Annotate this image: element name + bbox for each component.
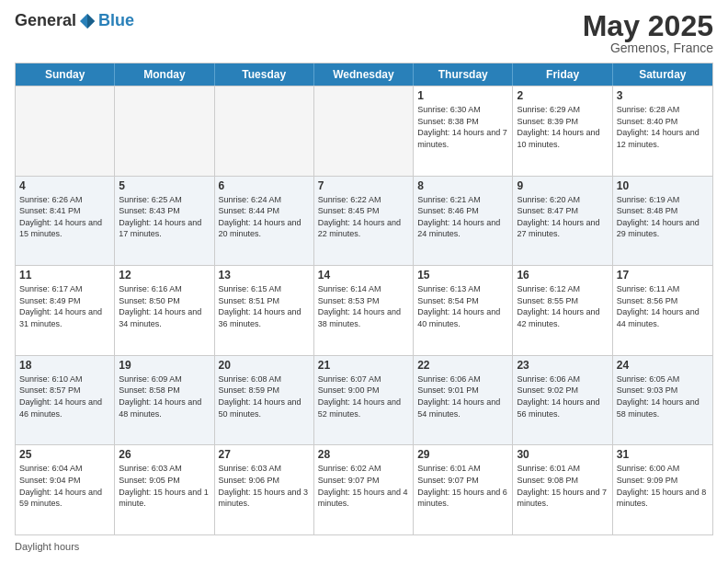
day-number: 1	[417, 89, 508, 102]
day-info: Sunrise: 6:20 AM Sunset: 8:47 PM Dayligh…	[517, 194, 608, 240]
day-info: Sunrise: 6:22 AM Sunset: 8:45 PM Dayligh…	[318, 194, 409, 240]
day-number: 22	[417, 359, 508, 372]
day-number: 16	[517, 269, 608, 282]
day-info: Sunrise: 6:06 AM Sunset: 9:02 PM Dayligh…	[517, 373, 608, 419]
day-info: Sunrise: 6:08 AM Sunset: 8:59 PM Dayligh…	[219, 373, 310, 419]
day-number: 5	[119, 179, 210, 192]
calendar-cell: 30Sunrise: 6:01 AM Sunset: 9:08 PM Dayli…	[513, 445, 612, 534]
calendar-row-1: 1Sunrise: 6:30 AM Sunset: 8:38 PM Daylig…	[16, 86, 712, 176]
calendar-cell	[314, 86, 414, 176]
calendar-cell: 8Sunrise: 6:21 AM Sunset: 8:46 PM Daylig…	[414, 177, 513, 266]
day-number: 25	[19, 448, 110, 461]
calendar-cell	[115, 86, 214, 176]
day-info: Sunrise: 6:06 AM Sunset: 9:01 PM Dayligh…	[417, 373, 508, 419]
weekday-header-sunday: Sunday	[16, 63, 115, 86]
calendar-cell: 29Sunrise: 6:01 AM Sunset: 9:07 PM Dayli…	[414, 445, 513, 534]
day-number: 30	[517, 448, 608, 461]
day-info: Sunrise: 6:11 AM Sunset: 8:56 PM Dayligh…	[617, 283, 709, 329]
calendar-cell: 2Sunrise: 6:29 AM Sunset: 8:39 PM Daylig…	[513, 86, 612, 176]
day-number: 24	[617, 359, 709, 372]
day-info: Sunrise: 6:30 AM Sunset: 8:38 PM Dayligh…	[417, 104, 508, 150]
day-info: Sunrise: 6:04 AM Sunset: 9:04 PM Dayligh…	[19, 463, 110, 509]
footer: Daylight hours	[15, 541, 713, 552]
calendar-cell: 25Sunrise: 6:04 AM Sunset: 9:04 PM Dayli…	[16, 445, 115, 534]
calendar-cell: 17Sunrise: 6:11 AM Sunset: 8:56 PM Dayli…	[613, 266, 712, 355]
page: General Blue May 2025 Gemenos, France Su…	[0, 0, 728, 563]
day-info: Sunrise: 6:00 AM Sunset: 9:09 PM Dayligh…	[617, 463, 709, 509]
calendar-header: SundayMondayTuesdayWednesdayThursdayFrid…	[16, 63, 712, 86]
day-info: Sunrise: 6:02 AM Sunset: 9:07 PM Dayligh…	[318, 463, 409, 509]
day-number: 11	[19, 269, 110, 282]
day-info: Sunrise: 6:01 AM Sunset: 9:07 PM Dayligh…	[417, 463, 508, 509]
weekday-header-monday: Monday	[115, 63, 214, 86]
day-info: Sunrise: 6:13 AM Sunset: 8:54 PM Dayligh…	[417, 283, 508, 329]
location-subtitle: Gemenos, France	[583, 40, 713, 55]
calendar-cell: 4Sunrise: 6:26 AM Sunset: 8:41 PM Daylig…	[16, 177, 115, 266]
day-number: 6	[219, 179, 310, 192]
month-title: May 2025	[583, 11, 713, 40]
day-number: 26	[119, 448, 210, 461]
calendar-cell: 1Sunrise: 6:30 AM Sunset: 8:38 PM Daylig…	[414, 86, 513, 176]
title-block: May 2025 Gemenos, France	[583, 11, 713, 55]
day-info: Sunrise: 6:15 AM Sunset: 8:51 PM Dayligh…	[219, 283, 310, 329]
day-number: 9	[517, 179, 608, 192]
day-info: Sunrise: 6:17 AM Sunset: 8:49 PM Dayligh…	[19, 283, 110, 329]
day-number: 31	[617, 448, 709, 461]
calendar-cell: 31Sunrise: 6:00 AM Sunset: 9:09 PM Dayli…	[613, 445, 712, 534]
calendar-row-2: 4Sunrise: 6:26 AM Sunset: 8:41 PM Daylig…	[16, 176, 712, 266]
day-number: 8	[417, 179, 508, 192]
day-info: Sunrise: 6:29 AM Sunset: 8:39 PM Dayligh…	[517, 104, 608, 150]
day-number: 3	[617, 89, 709, 102]
day-info: Sunrise: 6:07 AM Sunset: 9:00 PM Dayligh…	[318, 373, 409, 419]
weekday-header-tuesday: Tuesday	[215, 63, 314, 86]
day-number: 7	[318, 179, 409, 192]
calendar-cell: 18Sunrise: 6:10 AM Sunset: 8:57 PM Dayli…	[16, 356, 115, 445]
weekday-header-wednesday: Wednesday	[314, 63, 414, 86]
calendar-cell: 24Sunrise: 6:05 AM Sunset: 9:03 PM Dayli…	[613, 356, 712, 445]
day-number: 17	[617, 269, 709, 282]
weekday-header-friday: Friday	[513, 63, 612, 86]
day-info: Sunrise: 6:26 AM Sunset: 8:41 PM Dayligh…	[19, 194, 110, 240]
calendar-cell: 22Sunrise: 6:06 AM Sunset: 9:01 PM Dayli…	[414, 356, 513, 445]
calendar-cell: 26Sunrise: 6:03 AM Sunset: 9:05 PM Dayli…	[115, 445, 214, 534]
calendar-body: 1Sunrise: 6:30 AM Sunset: 8:38 PM Daylig…	[16, 86, 712, 534]
calendar-cell: 27Sunrise: 6:03 AM Sunset: 9:06 PM Dayli…	[215, 445, 314, 534]
logo-icon	[78, 12, 97, 30]
day-number: 15	[417, 269, 508, 282]
day-info: Sunrise: 6:10 AM Sunset: 8:57 PM Dayligh…	[19, 373, 110, 419]
day-number: 4	[19, 179, 110, 192]
calendar-row-3: 11Sunrise: 6:17 AM Sunset: 8:49 PM Dayli…	[16, 265, 712, 355]
logo-blue-text: Blue	[98, 11, 134, 30]
calendar-cell	[215, 86, 314, 176]
day-number: 29	[417, 448, 508, 461]
calendar-cell: 15Sunrise: 6:13 AM Sunset: 8:54 PM Dayli…	[414, 266, 513, 355]
day-number: 20	[219, 359, 310, 372]
logo-general-text: General	[15, 11, 76, 30]
day-info: Sunrise: 6:03 AM Sunset: 9:06 PM Dayligh…	[219, 463, 310, 509]
day-info: Sunrise: 6:03 AM Sunset: 9:05 PM Dayligh…	[119, 463, 210, 509]
calendar-cell: 7Sunrise: 6:22 AM Sunset: 8:45 PM Daylig…	[314, 177, 414, 266]
day-info: Sunrise: 6:14 AM Sunset: 8:53 PM Dayligh…	[318, 283, 409, 329]
weekday-header-thursday: Thursday	[414, 63, 513, 86]
day-number: 23	[517, 359, 608, 372]
calendar-cell: 23Sunrise: 6:06 AM Sunset: 9:02 PM Dayli…	[513, 356, 612, 445]
calendar-cell: 14Sunrise: 6:14 AM Sunset: 8:53 PM Dayli…	[314, 266, 414, 355]
svg-marker-1	[87, 14, 95, 29]
day-number: 19	[119, 359, 210, 372]
day-number: 18	[19, 359, 110, 372]
header: General Blue May 2025 Gemenos, France	[15, 11, 713, 55]
day-number: 14	[318, 269, 409, 282]
weekday-header-saturday: Saturday	[613, 63, 712, 86]
calendar-row-4: 18Sunrise: 6:10 AM Sunset: 8:57 PM Dayli…	[16, 355, 712, 445]
day-number: 28	[318, 448, 409, 461]
day-number: 27	[219, 448, 310, 461]
calendar-cell	[16, 86, 115, 176]
calendar-cell: 19Sunrise: 6:09 AM Sunset: 8:58 PM Dayli…	[115, 356, 214, 445]
calendar-cell: 20Sunrise: 6:08 AM Sunset: 8:59 PM Dayli…	[215, 356, 314, 445]
day-number: 2	[517, 89, 608, 102]
calendar-cell: 28Sunrise: 6:02 AM Sunset: 9:07 PM Dayli…	[314, 445, 414, 534]
day-info: Sunrise: 6:01 AM Sunset: 9:08 PM Dayligh…	[517, 463, 608, 509]
calendar-cell: 11Sunrise: 6:17 AM Sunset: 8:49 PM Dayli…	[16, 266, 115, 355]
calendar-cell: 5Sunrise: 6:25 AM Sunset: 8:43 PM Daylig…	[115, 177, 214, 266]
day-number: 10	[617, 179, 709, 192]
